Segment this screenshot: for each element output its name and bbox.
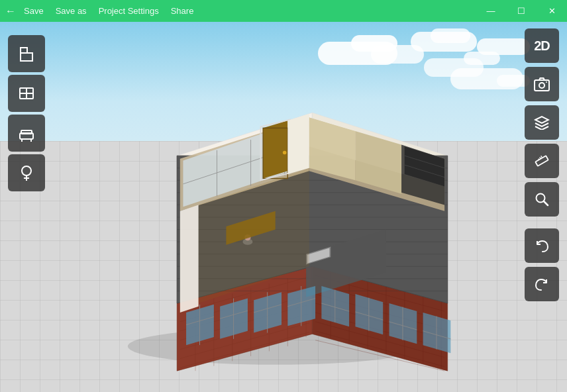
layers-button[interactable]	[525, 105, 559, 140]
svg-line-117	[544, 201, 548, 205]
right-toolbar: 2D	[525, 28, 559, 301]
plant-tool-button[interactable]	[8, 154, 45, 191]
main-viewport[interactable]: 2D	[0, 22, 567, 392]
svg-rect-98	[21, 48, 27, 53]
svg-line-115	[541, 156, 542, 157]
svg-marker-95	[180, 205, 199, 312]
furniture-tool-button[interactable]	[8, 115, 45, 152]
undo-button[interactable]	[525, 228, 559, 263]
close-button[interactable]: ✕	[537, 0, 567, 22]
redo-button[interactable]	[525, 267, 559, 301]
minimize-button[interactable]: —	[476, 0, 506, 22]
share-button[interactable]: Share	[171, 6, 194, 16]
titlebar: ← Save Save as Project Settings Share — …	[0, 0, 567, 22]
house-3d-view[interactable]	[66, 55, 497, 379]
camera-button[interactable]	[525, 67, 559, 101]
svg-rect-103	[21, 130, 32, 134]
view-2d-button[interactable]: 2D	[525, 28, 559, 63]
back-button[interactable]: ←	[5, 5, 16, 17]
svg-marker-57	[263, 121, 287, 178]
project-settings-button[interactable]: Project Settings	[99, 6, 159, 16]
svg-point-111	[546, 81, 547, 83]
left-toolbar	[8, 35, 48, 191]
saveas-button[interactable]: Save as	[56, 6, 87, 16]
search-button[interactable]	[525, 182, 559, 217]
window-controls: — ☐ ✕	[476, 0, 567, 22]
svg-point-60	[283, 151, 287, 155]
svg-point-110	[539, 83, 544, 88]
window-tool-button[interactable]	[8, 75, 45, 112]
room-tool-button[interactable]	[8, 35, 45, 72]
save-button[interactable]: Save	[24, 6, 44, 16]
ruler-button[interactable]	[525, 144, 559, 178]
svg-marker-61	[287, 114, 309, 174]
svg-rect-97	[21, 53, 32, 61]
maximize-button[interactable]: ☐	[506, 0, 537, 22]
svg-point-106	[22, 166, 31, 175]
